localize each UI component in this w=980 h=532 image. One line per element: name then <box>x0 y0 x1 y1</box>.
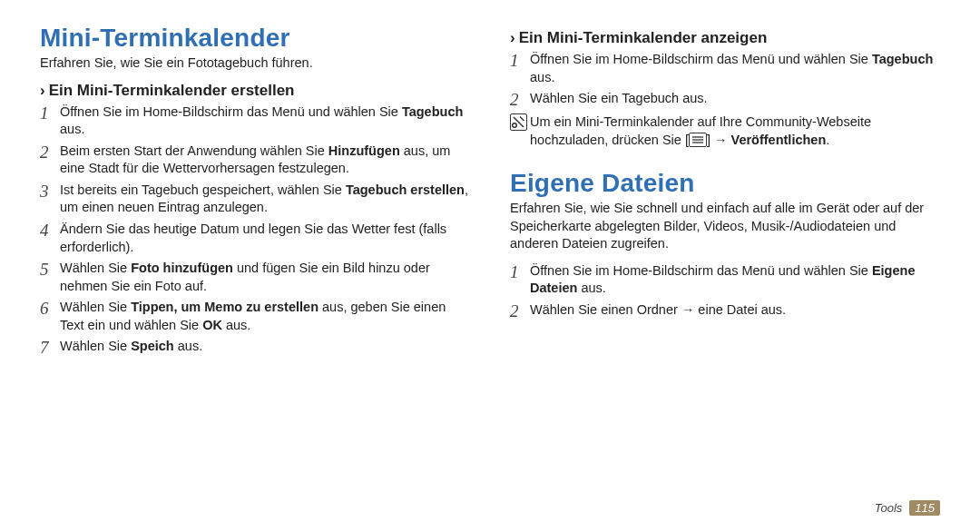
page-number: 115 <box>909 500 940 516</box>
left-column: Mini-Terminkalender Erfahren Sie, wie Si… <box>40 24 490 514</box>
subheading-create: ›Ein Mini-Terminkalender erstellen <box>40 82 470 100</box>
manual-page: Mini-Terminkalender Erfahren Sie, wie Si… <box>0 0 980 532</box>
step-body: Wählen Sie einen Ordner → eine Datei aus… <box>530 301 940 320</box>
step-4: 4 Ändern Sie das heutige Datum und legen… <box>40 221 470 256</box>
step-body: Öffnen Sie im Home-Bildschirm das Menü u… <box>60 103 470 139</box>
chevron-icon: › <box>510 29 515 46</box>
step-number: 1 <box>510 262 530 282</box>
note-body: Um ein Mini-Terminkalender auf Ihre Comm… <box>530 113 940 149</box>
step-body: Wählen Sie ein Tagebuch aus. <box>530 90 940 108</box>
step-3: 3 Ist bereits ein Tagebuch gespeichert, … <box>40 182 470 217</box>
step-number: 1 <box>510 51 530 71</box>
step-number: 2 <box>510 301 530 321</box>
section-title-eigene-dateien: Eigene Dateien <box>510 169 940 198</box>
step-number: 6 <box>40 299 60 319</box>
step-body: Wählen Sie Tippen, um Memo zu erstellen … <box>60 299 470 334</box>
step-body: Ändern Sie das heutige Datum und legen S… <box>60 221 470 256</box>
view-step-1: 1 Öffnen Sie im Home-Bildschirm das Menü… <box>510 51 940 86</box>
right-column: ›Ein Mini-Terminkalender anzeigen 1 Öffn… <box>490 24 940 514</box>
files-step-1: 1 Öffnen Sie im Home-Bildschirm das Menü… <box>510 262 940 298</box>
note-publish: Um ein Mini-Terminkalender auf Ihre Comm… <box>510 113 940 149</box>
section-title-mini-terminkalender: Mini-Terminkalender <box>40 24 470 53</box>
step-body: Öffnen Sie im Home-Bildschirm das Menü u… <box>530 262 940 298</box>
footer-section-label: Tools <box>875 501 903 515</box>
note-icon <box>510 113 530 132</box>
menu-button-icon <box>689 133 707 147</box>
step-number: 7 <box>40 338 60 358</box>
subheading-view: ›Ein Mini-Terminkalender anzeigen <box>510 29 940 47</box>
step-1: 1 Öffnen Sie im Home-Bildschirm das Menü… <box>40 103 470 139</box>
step-body: Wählen Sie Speich aus. <box>60 338 470 356</box>
chevron-icon: › <box>40 82 45 99</box>
step-number: 2 <box>40 143 60 163</box>
step-7: 7 Wählen Sie Speich aus. <box>40 338 470 358</box>
step-body: Öffnen Sie im Home-Bildschirm das Menü u… <box>530 51 940 86</box>
subheading-view-label: Ein Mini-Terminkalender anzeigen <box>519 29 768 46</box>
step-number: 4 <box>40 221 60 241</box>
svg-point-1 <box>513 123 517 128</box>
files-step-2: 2 Wählen Sie einen Ordner → eine Datei a… <box>510 301 940 321</box>
view-step-2: 2 Wählen Sie ein Tagebuch aus. <box>510 90 940 110</box>
subheading-create-label: Ein Mini-Terminkalender erstellen <box>49 82 295 99</box>
files-intro: Erfahren Sie, wie Sie schnell und einfac… <box>510 200 940 253</box>
intro-text: Erfahren Sie, wie Sie ein Fototagebuch f… <box>40 54 470 73</box>
step-6: 6 Wählen Sie Tippen, um Memo zu erstelle… <box>40 299 470 334</box>
step-body: Wählen Sie Foto hinzufügen und fügen Sie… <box>60 260 470 295</box>
step-number: 2 <box>510 90 530 110</box>
step-5: 5 Wählen Sie Foto hinzufügen und fügen S… <box>40 260 470 295</box>
page-footer: Tools 115 <box>875 500 940 516</box>
svg-line-2 <box>520 117 524 122</box>
step-body: Beim ersten Start der Anwendung wählen S… <box>60 143 470 178</box>
step-body: Ist bereits ein Tagebuch gespeichert, wä… <box>60 182 470 217</box>
step-number: 5 <box>40 260 60 280</box>
step-number: 3 <box>40 182 60 202</box>
step-2: 2 Beim ersten Start der Anwendung wählen… <box>40 143 470 178</box>
step-number: 1 <box>40 103 60 123</box>
